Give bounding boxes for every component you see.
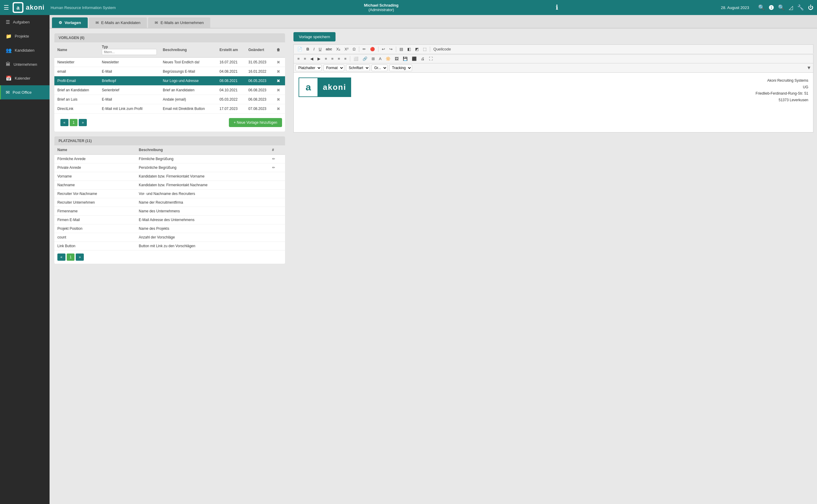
platzhalter-pagination: « 1 » bbox=[54, 250, 285, 264]
platzhalter-edit[interactable]: ✏ bbox=[269, 155, 285, 163]
toolbar-print[interactable]: 🖨 bbox=[419, 56, 427, 62]
table-row[interactable]: Profil-Email Briefkopf Nur Logo und Adre… bbox=[54, 76, 285, 86]
tab-emails-unternehmen[interactable]: ✉ E-Mails an Unternehmen bbox=[148, 17, 210, 28]
platzhalter-beschreibung: Kandidaten bzw. Firmenkontakt Nachname bbox=[136, 181, 269, 190]
current-page-btn[interactable]: 1 bbox=[70, 119, 78, 126]
toolbar-undo[interactable]: ↩ bbox=[380, 46, 387, 52]
groesse-dropdown[interactable]: Gr... bbox=[372, 65, 387, 71]
toolbar-align-right[interactable]: ≡ bbox=[336, 56, 342, 62]
toolbar-maximize[interactable]: ⛶ bbox=[427, 56, 435, 62]
platzhalter-current-btn[interactable]: 1 bbox=[67, 254, 75, 261]
toolbar-strikethrough[interactable]: abc bbox=[324, 46, 334, 52]
cell-name: Brief an Kandidaten bbox=[54, 86, 99, 95]
table-row[interactable]: Brief an Kandidaten Serienbrief Brief an… bbox=[54, 86, 285, 95]
toolbar-save[interactable]: 💾 bbox=[401, 56, 409, 62]
typ-filter-input[interactable] bbox=[102, 49, 157, 55]
next-page-btn[interactable]: » bbox=[79, 119, 87, 126]
toolbar-image[interactable]: 🖼 bbox=[393, 56, 400, 62]
toolbar-underline[interactable]: U bbox=[317, 46, 323, 52]
cell-delete[interactable]: ✖ bbox=[274, 76, 285, 86]
toolbar-block-quote[interactable]: ⬜ bbox=[352, 56, 360, 62]
list-item: Förmliche Anrede Förmliche Begrüßung ✏ bbox=[54, 155, 285, 163]
cell-beschreibung: Andale (email) bbox=[160, 95, 217, 104]
toolbar-align-center[interactable]: ≡ bbox=[330, 56, 336, 62]
scroll-down-icon[interactable]: ▼ bbox=[806, 65, 811, 71]
toolbar-fullscreen[interactable]: ⬛ bbox=[410, 56, 418, 62]
toolbar-font-color[interactable]: A bbox=[377, 56, 384, 62]
save-vorlage-button[interactable]: Vorlage speichern bbox=[293, 32, 336, 41]
platzhalter-prev-btn[interactable]: « bbox=[57, 254, 65, 261]
toolbar-superscript[interactable]: X² bbox=[343, 46, 350, 52]
tab-emails-kandidaten[interactable]: ✉ E-Mails an Kandidaten bbox=[89, 17, 147, 28]
toolbar-indent[interactable]: ▶ bbox=[316, 56, 322, 62]
top-navigation: ☰ a akoni Human Resource Information Sys… bbox=[0, 0, 817, 15]
sidebar-item-projekte[interactable]: 📁 Projekte bbox=[0, 29, 50, 43]
toolbar-italic[interactable]: I bbox=[311, 46, 316, 52]
info-icon[interactable]: ℹ bbox=[556, 4, 558, 11]
format-dropdown[interactable]: Format bbox=[323, 65, 344, 71]
platzhalter-edit bbox=[269, 181, 285, 190]
toolbar-sep2 bbox=[378, 47, 378, 52]
toolbar-highlight[interactable]: ✏ bbox=[361, 46, 368, 52]
sidebar-item-kandidaten[interactable]: 👥 Kandidaten bbox=[0, 43, 50, 57]
sidebar-item-aufgaben[interactable]: ☰ Aufgaben bbox=[0, 15, 50, 29]
toolbar-bg-color[interactable]: 🔆 bbox=[384, 56, 392, 62]
toolbar-redo[interactable]: ↪ bbox=[387, 46, 394, 52]
prev-page-btn[interactable]: « bbox=[60, 119, 68, 126]
hamburger-menu[interactable]: ☰ bbox=[4, 4, 9, 11]
platzhalter-next-btn[interactable]: » bbox=[76, 254, 84, 261]
tab-vorlagen[interactable]: ⚙ Vorlagen bbox=[52, 17, 88, 28]
toolbar-layout2[interactable]: ◩ bbox=[413, 46, 421, 52]
zoom-out-icon[interactable]: 🔍 bbox=[778, 4, 785, 11]
schriftart-dropdown[interactable]: Schriftart bbox=[346, 65, 370, 71]
table-row[interactable]: DirectLink E-Mail mit Link zum Profil Em… bbox=[54, 104, 285, 114]
toolbar-source[interactable]: Quellcode bbox=[432, 46, 453, 52]
main-layout: ☰ Aufgaben 📁 Projekte 👥 Kandidaten 🏛 Unt… bbox=[0, 15, 817, 504]
toolbar-layout1[interactable]: ◧ bbox=[405, 46, 413, 52]
editor-body[interactable]: a akoni Akoni Recruiting Systems UG Frie… bbox=[293, 72, 813, 132]
platzhalter-edit[interactable]: ✏ bbox=[269, 163, 285, 172]
toolbar-subscript[interactable]: X₂ bbox=[334, 46, 342, 52]
col-geaendert: Geändert bbox=[245, 42, 274, 58]
sidebar-item-post-office[interactable]: ✉ Post Office bbox=[0, 85, 50, 99]
toolbar-link[interactable]: 🔗 bbox=[361, 56, 369, 62]
user-name: Michael Schrading bbox=[364, 3, 399, 8]
cell-delete[interactable]: ✖ bbox=[274, 104, 285, 114]
cell-delete[interactable]: ✖ bbox=[274, 58, 285, 67]
toolbar-align-justify[interactable]: ≡ bbox=[342, 56, 348, 62]
table-row[interactable]: Brief an Luis E-Mail Andale (email) 05.0… bbox=[54, 95, 285, 104]
cell-delete[interactable]: ✖ bbox=[274, 95, 285, 104]
zoom-in-icon[interactable]: 🔍 bbox=[758, 4, 765, 11]
current-date: 28. August 2023 bbox=[721, 5, 749, 10]
platzhalter-dropdown[interactable]: Platzhalter bbox=[296, 65, 322, 71]
add-vorlage-button[interactable]: + Neue Vorlage hinzufügen bbox=[229, 118, 282, 127]
toolbar-special-chars[interactable]: Ω bbox=[351, 46, 357, 52]
cell-delete[interactable]: ✖ bbox=[274, 86, 285, 95]
table-row[interactable]: email E-Mail Begrüssungs E-Mail 04.08.20… bbox=[54, 67, 285, 76]
toolbar-align-left[interactable]: ≡ bbox=[323, 56, 329, 62]
svg-text:a: a bbox=[17, 5, 20, 11]
toolbar-new-doc[interactable]: 📄 bbox=[296, 46, 304, 52]
toolbar-bold[interactable]: B bbox=[305, 46, 311, 52]
platzhalter-col-beschreibung: Beschreibung bbox=[136, 145, 269, 155]
sidebar-item-unternehmen[interactable]: 🏛 Unternehmen bbox=[0, 57, 50, 71]
toolbar-block[interactable]: ⬚ bbox=[421, 46, 428, 52]
logo-text: akoni bbox=[26, 4, 44, 11]
cell-name: Brief an Luis bbox=[54, 95, 99, 104]
toolbar-table[interactable]: ▤ bbox=[398, 46, 405, 52]
toolbar-outdent[interactable]: ◀ bbox=[308, 56, 315, 62]
cell-geaendert: 06.08.2023 bbox=[245, 95, 274, 104]
fullscreen-icon[interactable]: ◿ bbox=[789, 4, 793, 11]
platzhalter-edit bbox=[269, 216, 285, 224]
tracking-dropdown[interactable]: Tracking bbox=[389, 65, 412, 71]
power-icon[interactable]: ⏻ bbox=[808, 5, 813, 11]
table-row[interactable]: Newsletter Newsletter Neues Tool Endlich… bbox=[54, 58, 285, 67]
cell-delete[interactable]: ✖ bbox=[274, 67, 285, 76]
settings-icon[interactable]: 🔧 bbox=[797, 4, 804, 11]
sidebar-item-kalender[interactable]: 📅 Kalender bbox=[0, 71, 50, 85]
toolbar-color[interactable]: 🔴 bbox=[368, 46, 377, 52]
sidebar-label-kalender: Kalender bbox=[15, 76, 30, 80]
toolbar-table2[interactable]: ⊞ bbox=[370, 56, 377, 62]
toolbar-list-unordered[interactable]: ≡ bbox=[302, 56, 308, 62]
toolbar-list-ordered[interactable]: ≡ bbox=[296, 56, 302, 62]
